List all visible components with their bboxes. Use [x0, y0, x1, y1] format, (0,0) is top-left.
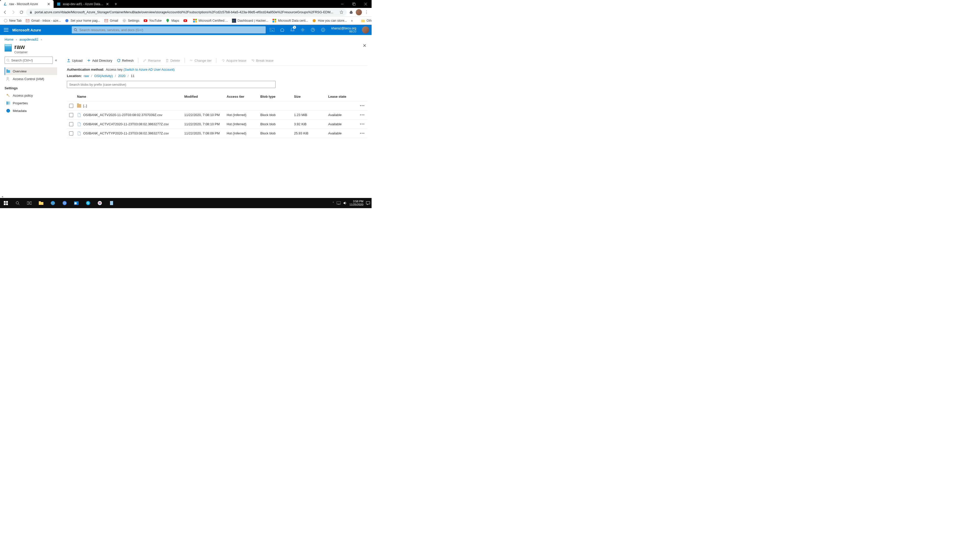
- display-icon[interactable]: [337, 202, 341, 205]
- account-info[interactable]: khanaz@becu.org BECU: [328, 27, 360, 33]
- delete-button[interactable]: Delete: [165, 59, 180, 62]
- col-lease[interactable]: Lease state: [327, 95, 357, 98]
- nav-properties[interactable]: Properties: [5, 99, 57, 107]
- bookmark-homepage[interactable]: Set your home pag...: [63, 19, 102, 23]
- row-menu-button[interactable]: •••: [357, 122, 368, 126]
- start-button[interactable]: [0, 198, 12, 208]
- other-bookmarks[interactable]: Other bookmarks: [360, 19, 372, 23]
- bookmark-settings[interactable]: Settings: [121, 19, 141, 23]
- new-tab-button[interactable]: +: [112, 0, 119, 8]
- path-osi[interactable]: OSI(Activity): [94, 74, 113, 78]
- settings-button[interactable]: [298, 25, 308, 35]
- bookmark-gmail-inbox[interactable]: Gmail - Inbox - aze...: [24, 19, 62, 23]
- table-row[interactable]: [..] •••: [67, 101, 368, 110]
- chrome-menu-button[interactable]: ⋮: [363, 9, 370, 16]
- upload-button[interactable]: Upload: [67, 59, 83, 62]
- help-button[interactable]: ?: [308, 25, 318, 35]
- tab-data-factory[interactable]: asap-dev-adf1 - Azure Data Factory ✕: [54, 0, 112, 8]
- chrome-button[interactable]: [59, 198, 70, 208]
- add-directory-button[interactable]: Add Directory: [87, 59, 112, 62]
- break-lease-button[interactable]: Break lease: [251, 59, 274, 62]
- row-name[interactable]: OSIBANK_ACTVCAT2020-11-23T03:08:02.38632…: [83, 122, 169, 126]
- row-name[interactable]: OSIBANK_ACTVTYP2020-11-23T03:08:02.38632…: [83, 131, 169, 135]
- table-row[interactable]: OSIBANK_ACTV2020-11-23T03:08:02.3707039Z…: [67, 110, 368, 120]
- nav-overview[interactable]: Overview: [5, 67, 57, 75]
- maximize-button[interactable]: [348, 0, 360, 8]
- back-button[interactable]: [2, 9, 9, 16]
- hscroll-indicator[interactable]: ◄: [1, 195, 3, 198]
- row-name[interactable]: [..]: [83, 104, 87, 108]
- bookmark-gmail[interactable]: Gmail: [103, 19, 120, 23]
- search-button[interactable]: [12, 198, 24, 208]
- profile-avatar[interactable]: [356, 9, 362, 15]
- col-tier[interactable]: Access tier: [225, 95, 259, 98]
- feedback-button[interactable]: [318, 25, 328, 35]
- acquire-lease-button[interactable]: Acquire lease: [221, 59, 246, 62]
- row-menu-button[interactable]: •••: [357, 131, 368, 135]
- notepad-button[interactable]: [106, 198, 118, 208]
- tray-chevron-icon[interactable]: ˄: [332, 202, 334, 205]
- col-type[interactable]: Blob type: [259, 95, 293, 98]
- bookmark-yt2[interactable]: [182, 19, 190, 23]
- azure-search-input[interactable]: [80, 28, 264, 32]
- bookmark-ms-certified[interactable]: Microsoft Certified:...: [191, 19, 229, 23]
- close-blade-button[interactable]: ✕: [363, 43, 366, 48]
- portal-menu-button[interactable]: [0, 28, 12, 32]
- action-center-icon[interactable]: [366, 201, 370, 205]
- file-explorer-button[interactable]: [35, 198, 47, 208]
- bookmark-newtab[interactable]: New Tab: [2, 19, 23, 23]
- table-row[interactable]: OSIBANK_ACTVTYP2020-11-23T03:08:02.38632…: [67, 129, 368, 138]
- azure-brand[interactable]: Microsoft Azure: [12, 28, 72, 32]
- refresh-button[interactable]: Refresh: [117, 59, 134, 62]
- directories-button[interactable]: [277, 25, 287, 35]
- task-view-button[interactable]: [24, 198, 35, 208]
- table-row[interactable]: OSIBANK_ACTVCAT2020-11-23T03:08:02.38632…: [67, 120, 368, 129]
- close-icon[interactable]: ✕: [47, 2, 51, 6]
- close-icon[interactable]: ✕: [106, 2, 109, 6]
- extensions-button[interactable]: [348, 9, 355, 16]
- change-tier-button[interactable]: Change tier: [189, 59, 212, 62]
- col-name[interactable]: Name: [76, 95, 183, 98]
- bookmark-store[interactable]: How you can store...: [310, 19, 348, 23]
- reload-button[interactable]: [18, 9, 25, 16]
- row-checkbox[interactable]: [69, 104, 73, 108]
- row-checkbox[interactable]: [69, 131, 73, 135]
- switch-auth-link[interactable]: (Switch to Azure AD User Account): [124, 68, 175, 71]
- row-name[interactable]: OSIBANK_ACTV2020-11-23T03:08:02.3707039Z…: [83, 113, 162, 117]
- nav-search[interactable]: Search (Ctrl+/): [5, 57, 53, 64]
- outlook-button[interactable]: [70, 198, 82, 208]
- tab-azure-portal[interactable]: raw - Microsoft Azure ✕: [0, 0, 54, 8]
- nav-metadata[interactable]: i Metadata: [5, 107, 57, 114]
- ie-button[interactable]: [47, 198, 59, 208]
- path-2020[interactable]: 2020: [118, 74, 126, 78]
- bookmark-ms-data[interactable]: Microsoft Data certi...: [271, 19, 310, 23]
- blob-search-input[interactable]: [67, 81, 275, 88]
- path-raw[interactable]: raw: [84, 74, 89, 78]
- cloud-shell-button[interactable]: [267, 25, 277, 35]
- bookmark-hacker[interactable]: HDashboard | Hacker...: [231, 19, 270, 23]
- nav-access-policy[interactable]: Access policy: [5, 92, 57, 99]
- account-avatar[interactable]: [362, 26, 369, 33]
- row-checkbox[interactable]: [69, 113, 73, 117]
- minimize-button[interactable]: [336, 0, 348, 8]
- bookmark-youtube[interactable]: YouTube: [142, 19, 163, 23]
- skype-button[interactable]: S: [82, 198, 94, 208]
- bookmark-maps[interactable]: Maps: [164, 19, 181, 23]
- clock[interactable]: 3:58 PM 11/25/2020: [349, 200, 363, 206]
- volume-icon[interactable]: [343, 201, 347, 205]
- col-size[interactable]: Size: [293, 95, 327, 98]
- breadcrumb-parent[interactable]: asapdevadl2: [19, 38, 38, 41]
- row-menu-button[interactable]: •••: [357, 104, 368, 108]
- notifications-button[interactable]: 1: [287, 25, 298, 35]
- star-icon[interactable]: [339, 10, 344, 14]
- row-checkbox[interactable]: [69, 122, 73, 126]
- breadcrumb-home[interactable]: Home: [5, 38, 14, 41]
- azure-search[interactable]: [72, 26, 266, 33]
- url-box[interactable]: portal.azure.com/#blade/Microsoft_Azure_…: [26, 9, 347, 16]
- slack-button[interactable]: [94, 198, 106, 208]
- forward-button[interactable]: [10, 9, 17, 16]
- nav-access-control[interactable]: Access Control (IAM): [5, 75, 57, 83]
- bookmark-overflow[interactable]: »: [349, 19, 354, 22]
- rename-button[interactable]: Rename: [143, 59, 161, 62]
- collapse-nav-button[interactable]: «: [55, 58, 57, 62]
